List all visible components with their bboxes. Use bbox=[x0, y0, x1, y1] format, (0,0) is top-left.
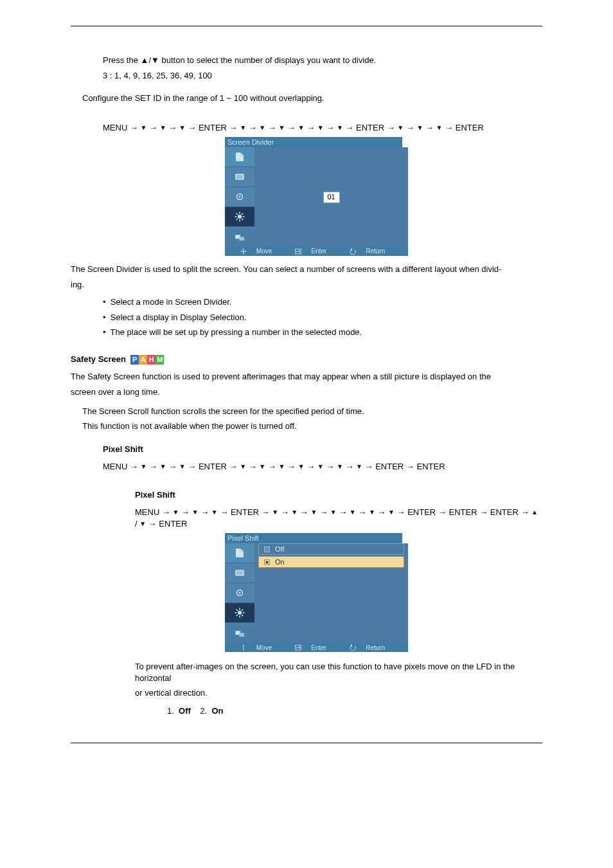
page-top-rule bbox=[71, 26, 542, 26]
menu-path-pixel-1: MENU → ▼ → ▼ → ▼ → ENTER → ▼ → ▼ → ▼ → ▼… bbox=[103, 461, 542, 473]
osd-content-pixel: Off On bbox=[254, 543, 408, 643]
svg-rect-14 bbox=[239, 237, 244, 240]
svg-line-9 bbox=[236, 213, 238, 215]
svg-point-4 bbox=[238, 215, 242, 219]
osd-footer-pixel: Move Enter Return bbox=[225, 643, 408, 652]
footer-move: Move bbox=[240, 247, 280, 256]
svg-line-27 bbox=[236, 610, 238, 611]
svg-line-11 bbox=[236, 219, 238, 220]
page-bottom-rule bbox=[71, 743, 542, 743]
divider-bullet-1: • Select a mode in Screen Divider. bbox=[103, 296, 542, 308]
footer-return: Return bbox=[350, 247, 393, 256]
footer-enter: Enter bbox=[295, 644, 334, 653]
svg-point-3 bbox=[239, 196, 241, 198]
safety-p2: screen over a long time. bbox=[71, 386, 542, 398]
osd-side-sound-icon[interactable] bbox=[225, 187, 254, 207]
safety-note-2: This function is not available when the … bbox=[82, 420, 542, 432]
arrangements-line: 3 : 1, 4, 9, 16, 25, 36, 49, 100 bbox=[103, 70, 542, 82]
osd-side-picture-icon[interactable] bbox=[225, 167, 254, 187]
screen-divider-value[interactable]: 01 bbox=[323, 192, 340, 203]
pixel-shift-option-off[interactable]: Off bbox=[258, 543, 404, 555]
osd-screen-divider: Screen Divider 01 Move Ent bbox=[225, 137, 408, 256]
step-instruction: Press the ▲/▼ button to select the numbe… bbox=[103, 55, 542, 66]
menu-path-pixel-2: MENU → ▼ → ▼ → ▼ → ENTER → ▼ → ▼ → ▼ → ▼… bbox=[135, 507, 542, 529]
pixel-shift-option-on[interactable]: On bbox=[258, 556, 404, 568]
footer-move: Move bbox=[240, 644, 280, 653]
svg-point-21 bbox=[239, 592, 241, 594]
radio-on-icon bbox=[264, 559, 270, 565]
pixel-options-line: 1. Off 2. On bbox=[167, 705, 542, 717]
osd-side-sound-icon[interactable] bbox=[225, 583, 254, 603]
svg-rect-19 bbox=[236, 571, 244, 575]
osd-title-bar: Screen Divider bbox=[225, 137, 402, 147]
pixel-desc-l2: or vertical direction. bbox=[135, 687, 542, 699]
divider-bullet-3: • The place will be set up by pressing a… bbox=[103, 327, 542, 338]
svg-line-12 bbox=[242, 213, 243, 215]
svg-rect-1 bbox=[236, 175, 244, 179]
osd-side-picture-icon[interactable] bbox=[225, 563, 254, 583]
svg-line-29 bbox=[236, 615, 238, 616]
osd-side-multi-icon[interactable] bbox=[225, 623, 254, 643]
svg-line-10 bbox=[242, 219, 243, 220]
osd-side-input-icon[interactable] bbox=[225, 543, 254, 563]
footer-enter: Enter bbox=[295, 247, 334, 256]
setid-note: Configure the SET ID in the range of 1 ~… bbox=[82, 93, 542, 104]
divider-bullet-2: • Select a display in Display Selection. bbox=[103, 312, 542, 323]
osd-sidebar-pixel bbox=[225, 543, 254, 643]
pixel-shift-heading: Pixel Shift bbox=[103, 444, 542, 455]
svg-point-22 bbox=[238, 611, 242, 615]
divider-desc-line2: ing. bbox=[71, 279, 542, 291]
osd-content-divider: 01 bbox=[254, 147, 408, 247]
osd-sidebar bbox=[225, 147, 254, 247]
svg-line-28 bbox=[242, 615, 243, 616]
safety-p1: The Safety Screen function is used to pr… bbox=[71, 371, 542, 383]
footer-return: Return bbox=[350, 644, 393, 653]
safety-screen-heading: Safety Screen PAHM bbox=[71, 354, 542, 365]
divider-desc-line1: The Screen Divider is used to split the … bbox=[71, 264, 542, 275]
menu-path-screen-divider: MENU → ▼ → ▼ → ▼ → ENTER → ▼ → ▼ → ▼ → ▼… bbox=[103, 122, 542, 134]
osd-footer: Move Enter Return bbox=[225, 247, 408, 256]
opt-on-label: On bbox=[275, 557, 285, 567]
svg-rect-32 bbox=[239, 633, 244, 637]
safety-note-1: The Screen Scroll function scrolls the s… bbox=[82, 406, 542, 417]
osd-side-input-icon[interactable] bbox=[225, 147, 254, 167]
pahm-icon: PAHM bbox=[130, 354, 164, 365]
osd-side-multi-icon[interactable] bbox=[225, 227, 254, 247]
svg-line-30 bbox=[242, 610, 243, 611]
osd-title-bar-pixel: Pixel Shift bbox=[225, 533, 402, 543]
osd-side-setup-icon[interactable] bbox=[225, 207, 254, 227]
opt-off-label: Off bbox=[275, 545, 284, 554]
pixel-shift-subheading: Pixel Shift bbox=[135, 489, 542, 501]
osd-pixel-shift: Pixel Shift Off bbox=[225, 533, 408, 652]
radio-off-icon bbox=[264, 547, 270, 552]
osd-side-setup-icon[interactable] bbox=[225, 603, 254, 623]
pixel-desc-l1: To prevent after-images on the screen, y… bbox=[135, 661, 542, 683]
